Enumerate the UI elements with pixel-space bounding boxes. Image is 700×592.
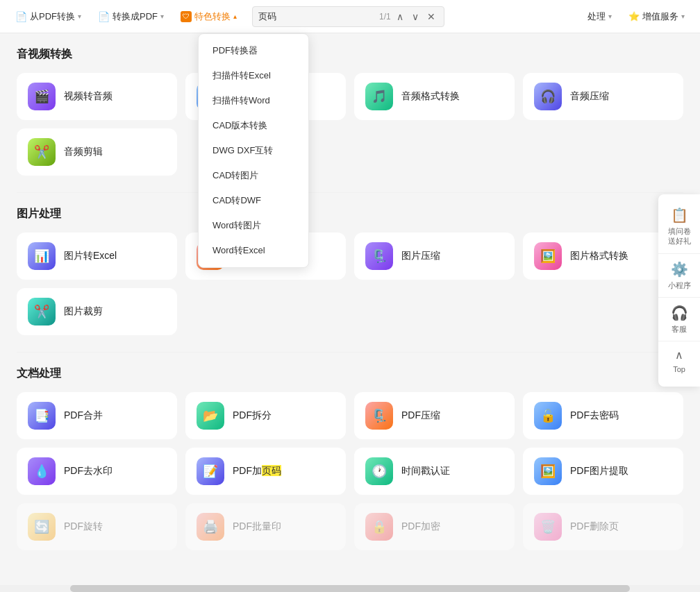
pdf-extract-img-label: PDF图片提取: [570, 465, 628, 477]
service-label: 客服: [672, 324, 687, 334]
dropdown-item-word-image[interactable]: Word转图片: [199, 213, 308, 238]
pdf-watermark-label: PDF去水印: [64, 465, 112, 477]
card-video-to-audio[interactable]: 🎬 视频转音频: [17, 73, 177, 120]
card-audio-compress[interactable]: 🎧 音频压缩: [523, 73, 683, 120]
service-button[interactable]: 🎧 客服: [658, 298, 700, 341]
section-audio-video-title: 音视频转换: [17, 47, 683, 62]
pdf-merge-label: PDF合并: [64, 409, 103, 422]
card-time-stamp[interactable]: 🕐 时间戳认证: [354, 448, 515, 495]
card-pdf-page-num[interactable]: 📝 PDF加页码: [185, 448, 346, 495]
search-next-button[interactable]: ∨: [409, 10, 422, 24]
card-image-crop[interactable]: ✂️ 图片裁剪: [17, 288, 177, 335]
audio-format-icon: 🎵: [365, 83, 393, 110]
dropdown-item-scan-excel[interactable]: 扫描件转Excel: [199, 63, 308, 88]
section-doc-process: 文档处理 📑 PDF合并 📂 PDF拆分 🗜️ PDF压缩 🔓 PDF去密码 💧…: [17, 366, 683, 550]
toolbar: 📄 从PDF转换 ▾ 📄 转换成PDF ▾ 🛡 特色转换 ▴ 1/1 ∧ ∨ ✕…: [0, 0, 700, 33]
top-label: Top: [673, 364, 685, 374]
card-pdf-compress[interactable]: 🗜️ PDF压缩: [354, 392, 515, 439]
card-pdf-delete-pg[interactable]: 🗑️ PDF删除页: [523, 503, 683, 550]
pdf-print-label: PDF批量印: [233, 521, 281, 533]
audio-compress-icon: 🎧: [534, 83, 562, 110]
card-pdf-print[interactable]: 🖨️ PDF批量印: [185, 503, 346, 550]
pdf-delete-pg-label: PDF删除页: [570, 521, 619, 533]
image-compress-icon: 🗜️: [365, 242, 393, 270]
search-input[interactable]: [258, 11, 375, 22]
card-audio-format[interactable]: 🎵 音频格式转换: [354, 73, 515, 120]
value-added-icon: ⭐: [628, 11, 640, 22]
top-arrow-icon: ∧: [675, 348, 683, 362]
from-pdf-label: 从PDF转换: [30, 10, 75, 23]
survey-label: 填问卷送好礼: [668, 226, 691, 246]
value-added-label: 增值服务: [642, 10, 678, 23]
pdf-compress-icon: 🗜️: [365, 402, 393, 430]
card-image-to-excel[interactable]: 📊 图片转Excel: [17, 232, 177, 280]
section-image-process: 图片处理 📊 图片转Excel 📄 🗜️ 图片压缩 🖼️ 图片格式转换 ✂️ 图…: [17, 207, 683, 335]
process-button[interactable]: 处理 ▾: [581, 6, 619, 27]
video-to-audio-label: 视频转音频: [64, 90, 112, 103]
card-pdf-rotate[interactable]: 🔄 PDF旋转: [17, 503, 177, 550]
value-added-arrow: ▾: [681, 12, 685, 20]
process-label: 处理: [588, 10, 606, 23]
survey-button[interactable]: 📋 填问卷送好礼: [658, 200, 700, 254]
shield-icon: 🛡: [181, 11, 192, 22]
search-close-button[interactable]: ✕: [424, 10, 438, 24]
pdf-split-icon: 📂: [197, 402, 224, 430]
dropdown-item-dwg-dxf[interactable]: DWG DXF互转: [199, 138, 308, 163]
dropdown-item-scan-word[interactable]: 扫描件转Word: [199, 88, 308, 113]
audio-video-grid: 🎬 视频转音频 🎵 🎵 音频格式转换 🎧 音频压缩 ✂️ 音频剪辑: [17, 73, 683, 176]
pdf-delete-pg-icon: 🗑️: [534, 513, 562, 541]
time-stamp-label: 时间戳认证: [401, 465, 450, 477]
miniapp-button[interactable]: ⚙️ 小程序: [658, 254, 700, 298]
miniapp-icon: ⚙️: [671, 261, 688, 278]
pdf-extract-img-icon: 🖼️: [534, 457, 562, 485]
card-pdf-split[interactable]: 📂 PDF拆分: [185, 392, 346, 439]
special-button[interactable]: 🛡 特色转换 ▴: [174, 6, 244, 27]
audio-format-label: 音频格式转换: [401, 90, 460, 103]
pdf-print-icon: 🖨️: [197, 513, 224, 541]
to-pdf-label: 转换成PDF: [112, 10, 158, 23]
dropdown-item-word-excel[interactable]: Word转Excel: [199, 238, 308, 263]
survey-icon: 📋: [671, 207, 688, 223]
pdf-protect-icon: 🔒: [365, 513, 393, 541]
pdf-page-num-icon: 📝: [197, 457, 224, 485]
doc-grid: 📑 PDF合并 📂 PDF拆分 🗜️ PDF压缩 🔓 PDF去密码 💧 PDF去…: [17, 392, 683, 550]
pdf-rotate-label: PDF旋转: [64, 521, 103, 533]
pdf-page-num-label: PDF加页码: [233, 465, 281, 477]
service-icon: 🎧: [671, 305, 688, 321]
card-pdf-protect[interactable]: 🔒 PDF加密: [354, 503, 515, 550]
card-image-compress[interactable]: 🗜️ 图片压缩: [354, 232, 515, 280]
card-pdf-merge[interactable]: 📑 PDF合并: [17, 392, 177, 439]
search-prev-button[interactable]: ∧: [394, 10, 406, 24]
pdf-merge-icon: 📑: [28, 402, 56, 430]
image-grid: 📊 图片转Excel 📄 🗜️ 图片压缩 🖼️ 图片格式转换 ✂️ 图片裁剪: [17, 232, 683, 335]
to-pdf-button[interactable]: 📄 转换成PDF ▾: [91, 6, 171, 27]
card-pdf-extract-img[interactable]: 🖼️ PDF图片提取: [523, 448, 683, 495]
dropdown-item-cad-dwf[interactable]: CAD转DWF: [199, 188, 308, 213]
top-button[interactable]: ∧ Top: [658, 341, 700, 381]
pdf-rotate-icon: 🔄: [28, 513, 56, 541]
search-controls: 1/1 ∧ ∨ ✕: [379, 10, 438, 24]
from-pdf-button[interactable]: 📄 从PDF转换 ▾: [8, 6, 88, 27]
audio-compress-label: 音频压缩: [570, 90, 609, 103]
video-to-audio-icon: 🎬: [28, 83, 56, 110]
image-crop-icon: ✂️: [28, 298, 56, 325]
dropdown-item-pdf-converter[interactable]: PDF转换器: [199, 38, 308, 63]
card-pdf-watermark[interactable]: 💧 PDF去水印: [17, 448, 177, 495]
card-audio-clip[interactable]: ✂️ 音频剪辑: [17, 128, 177, 176]
image-to-excel-label: 图片转Excel: [64, 250, 117, 262]
dropdown-item-cad-version[interactable]: CAD版本转换: [199, 113, 308, 138]
value-added-button[interactable]: ⭐ 增值服务 ▾: [622, 6, 692, 27]
pdf-watermark-icon: 💧: [28, 457, 56, 485]
time-stamp-icon: 🕐: [365, 457, 393, 485]
image-format-icon: 🖼️: [534, 242, 562, 270]
main-content: 音视频转换 🎬 视频转音频 🎵 🎵 音频格式转换 🎧 音频压缩 ✂️ 音频剪辑: [0, 33, 700, 581]
divider-2: [17, 352, 683, 353]
card-pdf-password[interactable]: 🔓 PDF去密码: [523, 392, 683, 439]
dropdown-item-cad-image[interactable]: CAD转图片: [199, 163, 308, 188]
section-doc-title: 文档处理: [17, 366, 683, 381]
from-pdf-arrow: ▾: [78, 12, 81, 20]
image-crop-label: 图片裁剪: [64, 305, 103, 318]
audio-clip-icon: ✂️: [28, 138, 56, 166]
highlight-pagenum: 页码: [262, 465, 281, 476]
pdf-from-icon: 📄: [15, 11, 27, 22]
